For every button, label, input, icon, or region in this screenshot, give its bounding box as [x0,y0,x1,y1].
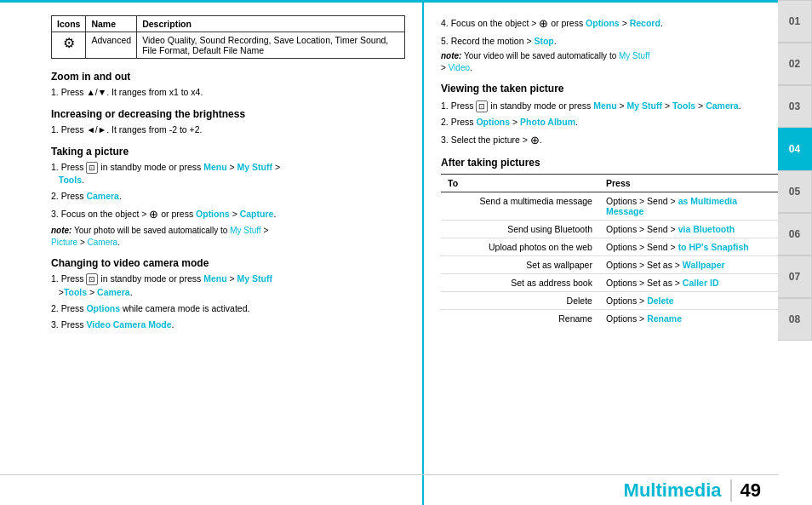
table-row: Send a multimedia message Options > Send… [441,192,795,221]
mystuff-link4[interactable]: My Stuff [627,100,662,111]
after-to-7: Rename [441,310,599,328]
menu-link3[interactable]: Menu [593,100,616,111]
viewing-step1: 1. Press ⊡ in standby mode or press Menu… [441,100,795,113]
wallpaper-link[interactable]: Wallpaper [683,260,725,270]
chapter-tab-08[interactable]: 08 [778,298,812,341]
right-step5: 5. Record the motion > Stop. [441,35,795,49]
options-link2[interactable]: Options [86,303,120,313]
stop-link[interactable]: Stop [534,36,553,46]
gear-icon: ⚙ [57,35,80,51]
camera-icon: ⊡ [86,162,98,174]
after-press-4: Options > Set as > Wallpaper [599,256,795,274]
after-to-4: Set as wallpaper [441,256,599,274]
tools-link2[interactable]: Tools [64,287,87,297]
col-description: Description [137,16,405,32]
mystuff-link2[interactable]: My Stuff [237,273,272,284]
viewing-section: Viewing the taken picture 1. Press ⊡ in … [441,83,795,148]
taking-step1: 1. Press ⊡ in standby mode or press Menu… [51,161,405,188]
multimedia-label: Multimedia [624,479,722,502]
chapter-tabs: 01 02 03 04 05 06 07 08 [778,0,812,341]
camera-link2[interactable]: Camera [97,287,130,297]
left-content-area: Icons Name Description ⚙ Advanced Video … [0,0,424,505]
video-link[interactable]: Video [449,63,470,72]
chapter-tab-label: 01 [789,15,800,27]
caller-id-link[interactable]: Caller ID [683,278,719,288]
options-link4[interactable]: Options [476,117,510,127]
after-table: To Press Send a multimedia message Optio… [441,174,795,327]
via-bluetooth-link[interactable]: via Bluetooth [678,224,735,234]
chapter-tab-02[interactable]: 02 [778,43,812,85]
after-to-2: Send using Bluetooth [441,221,599,238]
brightness-step1: 1. Press ◄/►. It ranges from -2 to +2. [51,123,405,137]
rename-link[interactable]: Rename [647,313,682,324]
chapter-tab-label: 04 [789,143,800,155]
options-link[interactable]: Options [196,208,230,218]
chapter-tab-07[interactable]: 07 [778,255,812,298]
page-number: 49 [730,479,761,502]
camera-icon3: ⊡ [476,100,488,112]
name-cell: Advanced [86,32,137,59]
zoom-step1: 1. Press ▲/▼. It ranges from x1 to x4. [51,86,405,100]
chapter-tab-05[interactable]: 05 [778,170,812,213]
chapter-tab-04[interactable]: 04 [778,128,812,170]
taking-note: note: Your photo will be saved automatic… [51,225,405,249]
right-note: note: Your video will be saved automatic… [441,50,795,74]
after-press-3: Options > Send > to HP's Snapfish [599,238,795,256]
after-col-to: To [441,175,599,192]
video-step2: 2. Press Options while camera mode is ac… [51,302,405,316]
page-footer: Multimedia 49 [0,474,778,505]
mystuff-note-link[interactable]: My Stuff [230,226,261,235]
after-press-7: Options > Rename [599,310,795,328]
photo-album-link[interactable]: Photo Album [520,117,575,127]
after-press-5: Options > Set as > Caller ID [599,274,795,292]
tools-link[interactable]: Tools [59,175,82,185]
after-to-5: Set as address book [441,274,599,292]
camera-link3[interactable]: Camera [706,100,739,111]
video-camera-mode-link[interactable]: Video Camera Mode [86,319,171,330]
top-border [0,0,778,3]
table-row: Set as wallpaper Options > Set as > Wall… [441,256,795,274]
chapter-tab-03[interactable]: 03 [778,85,812,128]
after-to-3: Upload photos on the web [441,238,599,256]
menu-link[interactable]: Menu [203,162,226,172]
camera-link[interactable]: Camera [86,191,119,201]
viewing-step2: 2. Press Options > Photo Album. [441,116,795,129]
after-section: After taking pictures To Press Send a mu… [441,157,795,327]
after-to-6: Delete [441,292,599,310]
camera-icon2: ⊡ [86,273,98,285]
table-row: Set as address book Options > Set as > C… [441,274,795,292]
delete-link[interactable]: Delete [647,296,674,306]
after-press-6: Options > Delete [599,292,795,310]
table-row: Send using Bluetooth Options > Send > vi… [441,221,795,238]
viewing-step3: 3. Select the picture > ⊕. [441,132,795,149]
chapter-tab-label: 05 [789,186,800,198]
record-link[interactable]: Record [630,18,660,28]
chapter-tab-01[interactable]: 01 [778,0,812,43]
options-link3[interactable]: Options [586,18,620,28]
as-multimedia-link[interactable]: as MultimediaMessage [606,196,737,216]
advanced-description: Video Quality, Sound Recording, Save Loc… [142,35,388,55]
video-mode-heading: Changing to video camera mode [51,257,405,269]
mystuff-link[interactable]: My Stuff [237,162,272,172]
picture-link[interactable]: Picture [51,238,77,247]
icons-table: Icons Name Description ⚙ Advanced Video … [51,15,405,59]
video-step1: 1. Press ⊡ in standby mode or press Menu… [51,273,405,300]
capture-link[interactable]: Capture [240,208,274,218]
menu-link2[interactable]: Menu [203,273,226,284]
spiral-icon2: ⊕ [539,15,548,32]
mystuff-link3[interactable]: My Stuff [619,51,650,60]
desc-cell: Video Quality, Sound Recording, Save Loc… [137,32,405,59]
chapter-tab-label: 08 [789,313,800,325]
table-row: Upload photos on the web Options > Send … [441,238,795,256]
advanced-label: Advanced [91,35,131,45]
after-heading: After taking pictures [441,157,795,169]
col-name: Name [86,16,137,32]
table-row: ⚙ Advanced Video Quality, Sound Recordin… [52,32,405,59]
after-press-2: Options > Send > via Bluetooth [599,221,795,238]
tools-link3[interactable]: Tools [672,100,695,111]
chapter-tab-06[interactable]: 06 [778,213,812,255]
snapfish-link[interactable]: to HP's Snapfish [678,242,749,252]
zoom-heading: Zoom in and out [51,71,405,83]
camera-note-link[interactable]: Camera [88,238,118,247]
chapter-tab-label: 07 [789,271,800,283]
